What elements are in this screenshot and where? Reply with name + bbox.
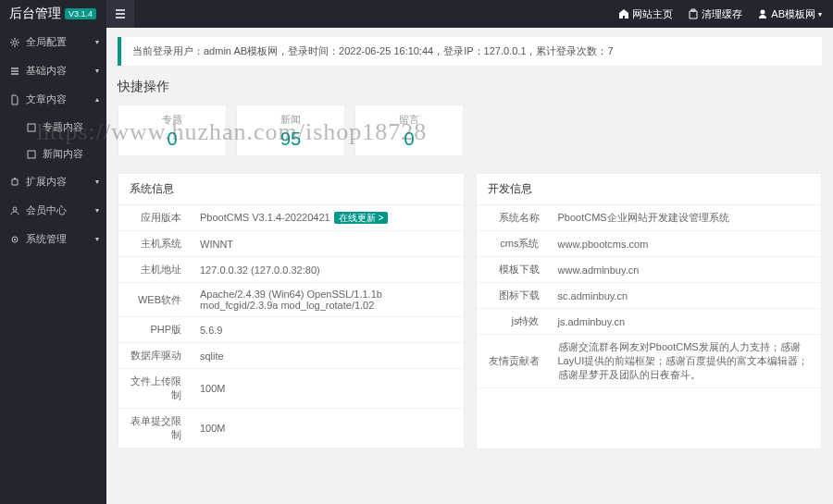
row-value: PbootCMS企业网站开发建设管理系统: [549, 205, 822, 231]
sidebar-subitem-2-1[interactable]: 新闻内容: [0, 141, 106, 167]
table-row: js特效js.adminbuy.cn: [477, 309, 822, 335]
table-row: 表单提交限制100M: [118, 409, 464, 449]
stat-value: 0: [355, 129, 463, 150]
svg-point-5: [13, 207, 17, 211]
user-menu[interactable]: AB模板网 ▾: [757, 7, 822, 21]
home-link-label: 网站主页: [632, 7, 673, 21]
stat-value: 95: [237, 129, 344, 150]
caret-icon: ▾: [95, 178, 99, 186]
caret-icon: ▾: [95, 206, 99, 215]
row-key: 系统名称: [477, 205, 549, 231]
stat-card-0[interactable]: 专题0: [118, 104, 227, 156]
sidebar-item-2[interactable]: 文章内容▴: [0, 85, 106, 114]
table-row: PHP版5.6.9: [118, 317, 464, 343]
sidebar-item-5[interactable]: 系统管理▾: [0, 225, 106, 253]
stat-card-2[interactable]: 留言0: [354, 104, 464, 156]
caret-icon: ▾: [95, 38, 99, 46]
sidebar-item-0[interactable]: 全局配置▾: [0, 28, 106, 56]
header-right: 网站主页 清理缓存 AB模板网 ▾: [618, 7, 833, 21]
row-value: 127.0.0.32 (127.0.0.32:80): [191, 257, 464, 283]
top-header: 后台管理 V3.1.4 网站主页 清理缓存 AB模板网 ▾: [0, 0, 833, 28]
row-value: www.adminbuy.cn: [549, 257, 822, 283]
system-info-table: 应用版本PbootCMS V3.1.4-20220421在线更新 >主机系统WI…: [118, 205, 464, 449]
logo: 后台管理 V3.1.4: [0, 6, 106, 22]
info-panels-row: 系统信息 应用版本PbootCMS V3.1.4-20220421在线更新 >主…: [118, 173, 822, 449]
update-badge[interactable]: 在线更新 >: [334, 212, 389, 224]
sidebar-item-label: 扩展内容: [26, 175, 67, 189]
login-info-banner: 当前登录用户：admin AB模板网，登录时间：2022-06-25 16:10…: [118, 37, 822, 66]
caret-icon: ▴: [95, 95, 99, 104]
doc-icon: [26, 149, 37, 160]
stat-value: 0: [118, 129, 226, 150]
table-row: cms系统www.pbootcms.com: [477, 231, 822, 257]
user-icon: [757, 8, 768, 19]
row-value: 100M: [191, 409, 464, 449]
caret-icon: ▾: [95, 235, 99, 243]
stat-label: 留言: [355, 113, 463, 127]
menu-toggle-button[interactable]: [106, 0, 134, 28]
svg-rect-2: [28, 124, 35, 131]
table-row: 友情贡献者感谢交流群各网友对PbootCMS发展的人力支持；感谢LayUI提供的…: [477, 335, 822, 388]
row-key: 表单提交限制: [118, 409, 191, 449]
list-icon: [9, 66, 20, 77]
table-row: 系统名称PbootCMS企业网站开发建设管理系统: [477, 205, 822, 231]
sidebar-item-4[interactable]: 会员中心▾: [0, 196, 106, 225]
row-value: PbootCMS V3.1.4-20220421在线更新 >: [191, 205, 464, 231]
clear-cache-link[interactable]: 清理缓存: [688, 7, 742, 21]
table-row: 模板下载www.adminbuy.cn: [477, 257, 822, 283]
row-key: 文件上传限制: [118, 369, 191, 409]
row-value: Apache/2.4.39 (Win64) OpenSSL/1.1.1b mod…: [191, 283, 464, 317]
row-key: js特效: [477, 309, 549, 335]
sidebar-item-1[interactable]: 基础内容▾: [0, 56, 106, 85]
svg-rect-3: [28, 151, 35, 158]
sidebar: 全局配置▾基础内容▾文章内容▴专题内容新闻内容扩展内容▾会员中心▾系统管理▾: [0, 28, 106, 504]
row-key: 应用版本: [118, 205, 191, 231]
system-info-panel: 系统信息 应用版本PbootCMS V3.1.4-20220421在线更新 >主…: [118, 173, 465, 449]
svg-point-0: [761, 10, 765, 15]
table-row: 应用版本PbootCMS V3.1.4-20220421在线更新 >: [118, 205, 464, 231]
sidebar-item-label: 系统管理: [26, 232, 67, 246]
row-value: sqlite: [191, 343, 464, 369]
dev-panel-title: 开发信息: [477, 174, 822, 205]
stat-card-1[interactable]: 新闻95: [236, 104, 345, 156]
chevron-down-icon: ▾: [818, 10, 822, 18]
logo-text: 后台管理: [9, 6, 61, 22]
sidebar-item-label: 基础内容: [26, 64, 67, 78]
svg-point-4: [14, 178, 16, 179]
row-value: 100M: [191, 369, 464, 409]
row-value: www.pbootcms.com: [549, 231, 822, 257]
user-menu-label: AB模板网: [771, 7, 815, 21]
row-value: js.adminbuy.cn: [549, 309, 822, 335]
row-key: 主机地址: [118, 257, 191, 283]
row-key: 数据库驱动: [118, 343, 191, 369]
system-panel-title: 系统信息: [118, 174, 464, 205]
version-badge: V3.1.4: [65, 8, 96, 19]
home-link[interactable]: 网站主页: [618, 7, 673, 21]
home-icon: [618, 8, 629, 19]
row-key: 友情贡献者: [477, 335, 549, 388]
row-value: 感谢交流群各网友对PbootCMS发展的人力支持；感谢LayUI提供的前端框架；…: [549, 335, 822, 388]
sidebar-subitem-label: 专题内容: [43, 120, 83, 134]
row-value: sc.adminbuy.cn: [549, 283, 822, 309]
sidebar-subitem-label: 新闻内容: [43, 147, 83, 161]
sidebar-item-label: 会员中心: [26, 203, 67, 217]
sidebar-subitem-2-0[interactable]: 专题内容: [0, 114, 106, 141]
trash-icon: [688, 8, 699, 19]
file-icon: [9, 94, 20, 105]
table-row: 主机地址127.0.0.32 (127.0.0.32:80): [118, 257, 464, 283]
stats-row: 专题0新闻95留言0: [118, 104, 822, 156]
svg-point-7: [14, 239, 16, 240]
row-key: 图标下载: [477, 283, 549, 309]
stat-label: 专题: [118, 113, 226, 127]
table-row: 图标下载sc.adminbuy.cn: [477, 283, 822, 309]
table-row: 文件上传限制100M: [118, 369, 464, 409]
gear-icon: [9, 37, 20, 48]
row-value: WINNT: [191, 231, 464, 257]
sidebar-item-3[interactable]: 扩展内容▾: [0, 167, 106, 196]
doc-icon: [26, 122, 37, 133]
stat-label: 新闻: [237, 113, 344, 127]
row-key: PHP版: [118, 317, 191, 343]
users-icon: [9, 205, 20, 216]
dev-info-table: 系统名称PbootCMS企业网站开发建设管理系统cms系统www.pbootcm…: [477, 205, 822, 388]
row-key: cms系统: [477, 231, 549, 257]
